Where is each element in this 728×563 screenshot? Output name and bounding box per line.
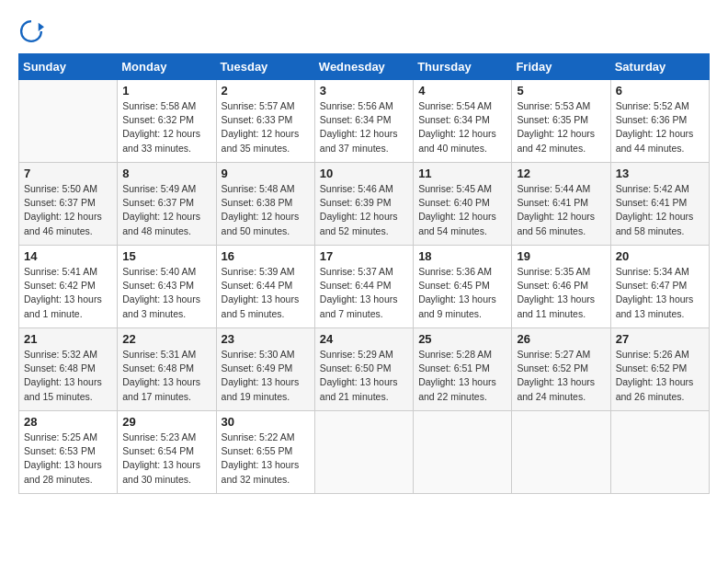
calendar-cell: 21Sunrise: 5:32 AM Sunset: 6:48 PM Dayli… (19, 328, 118, 411)
day-info: Sunrise: 5:27 AM Sunset: 6:52 PM Dayligh… (517, 348, 605, 404)
day-number: 29 (122, 415, 210, 429)
calendar-cell: 1Sunrise: 5:58 AM Sunset: 6:32 PM Daylig… (118, 80, 216, 163)
day-header-friday: Friday (512, 54, 610, 80)
calendar-cell: 2Sunrise: 5:57 AM Sunset: 6:33 PM Daylig… (216, 80, 314, 163)
day-number: 7 (24, 167, 112, 180)
calendar-cell: 27Sunrise: 5:26 AM Sunset: 6:52 PM Dayli… (610, 328, 709, 411)
day-number: 5 (517, 84, 605, 98)
day-number: 28 (24, 415, 112, 429)
day-info: Sunrise: 5:45 AM Sunset: 6:40 PM Dayligh… (418, 182, 506, 238)
calendar-cell: 14Sunrise: 5:41 AM Sunset: 6:42 PM Dayli… (19, 246, 118, 328)
day-info: Sunrise: 5:44 AM Sunset: 6:41 PM Dayligh… (517, 182, 605, 238)
calendar-cell (414, 411, 512, 494)
day-info: Sunrise: 5:40 AM Sunset: 6:43 PM Dayligh… (122, 265, 210, 321)
day-number: 30 (222, 415, 310, 429)
day-number: 2 (222, 84, 310, 98)
calendar-week-row: 14Sunrise: 5:41 AM Sunset: 6:42 PM Dayli… (19, 246, 710, 328)
day-info: Sunrise: 5:31 AM Sunset: 6:48 PM Dayligh… (122, 348, 210, 404)
day-info: Sunrise: 5:56 AM Sunset: 6:34 PM Dayligh… (320, 99, 408, 155)
calendar-cell: 6Sunrise: 5:52 AM Sunset: 6:36 PM Daylig… (610, 80, 709, 163)
calendar-cell: 28Sunrise: 5:25 AM Sunset: 6:53 PM Dayli… (19, 411, 118, 494)
day-info: Sunrise: 5:41 AM Sunset: 6:42 PM Dayligh… (24, 265, 112, 321)
day-info: Sunrise: 5:30 AM Sunset: 6:49 PM Dayligh… (222, 348, 310, 404)
day-info: Sunrise: 5:58 AM Sunset: 6:32 PM Dayligh… (122, 99, 210, 155)
day-number: 10 (320, 167, 408, 180)
calendar-cell: 9Sunrise: 5:48 AM Sunset: 6:38 PM Daylig… (216, 163, 314, 246)
calendar-cell: 3Sunrise: 5:56 AM Sunset: 6:34 PM Daylig… (314, 80, 413, 163)
day-header-thursday: Thursday (414, 54, 512, 80)
calendar-week-row: 21Sunrise: 5:32 AM Sunset: 6:48 PM Dayli… (19, 328, 710, 411)
calendar-cell: 19Sunrise: 5:35 AM Sunset: 6:46 PM Dayli… (512, 246, 610, 328)
day-number: 19 (517, 249, 605, 263)
day-info: Sunrise: 5:26 AM Sunset: 6:52 PM Dayligh… (616, 348, 704, 404)
day-number: 21 (24, 332, 112, 346)
calendar-table: SundayMondayTuesdayWednesdayThursdayFrid… (18, 53, 710, 494)
calendar-cell: 29Sunrise: 5:23 AM Sunset: 6:54 PM Dayli… (118, 411, 216, 494)
day-info: Sunrise: 5:57 AM Sunset: 6:33 PM Dayligh… (222, 99, 310, 155)
day-info: Sunrise: 5:46 AM Sunset: 6:39 PM Dayligh… (320, 182, 408, 238)
day-number: 6 (616, 84, 704, 98)
day-number: 13 (616, 167, 704, 180)
calendar-cell (19, 80, 118, 163)
calendar-cell: 13Sunrise: 5:42 AM Sunset: 6:41 PM Dayli… (610, 163, 709, 246)
calendar-cell: 23Sunrise: 5:30 AM Sunset: 6:49 PM Dayli… (216, 328, 314, 411)
day-number: 20 (616, 249, 704, 263)
day-number: 1 (122, 84, 210, 98)
day-number: 22 (122, 332, 210, 346)
calendar-cell: 26Sunrise: 5:27 AM Sunset: 6:52 PM Dayli… (512, 328, 610, 411)
day-info: Sunrise: 5:42 AM Sunset: 6:41 PM Dayligh… (616, 182, 704, 238)
calendar-cell: 25Sunrise: 5:28 AM Sunset: 6:51 PM Dayli… (414, 328, 512, 411)
day-info: Sunrise: 5:32 AM Sunset: 6:48 PM Dayligh… (24, 348, 112, 404)
day-info: Sunrise: 5:34 AM Sunset: 6:47 PM Dayligh… (616, 265, 704, 321)
day-info: Sunrise: 5:48 AM Sunset: 6:38 PM Dayligh… (222, 182, 310, 238)
day-number: 26 (517, 332, 605, 346)
calendar-cell: 24Sunrise: 5:29 AM Sunset: 6:50 PM Dayli… (314, 328, 413, 411)
day-number: 27 (616, 332, 704, 346)
day-number: 4 (418, 84, 506, 98)
calendar-cell: 16Sunrise: 5:39 AM Sunset: 6:44 PM Dayli… (216, 246, 314, 328)
day-info: Sunrise: 5:50 AM Sunset: 6:37 PM Dayligh… (24, 182, 112, 238)
day-number: 25 (418, 332, 506, 346)
day-number: 23 (222, 332, 310, 346)
day-number: 14 (24, 249, 112, 263)
calendar-cell: 11Sunrise: 5:45 AM Sunset: 6:40 PM Dayli… (414, 163, 512, 246)
day-info: Sunrise: 5:49 AM Sunset: 6:37 PM Dayligh… (122, 182, 210, 238)
day-info: Sunrise: 5:35 AM Sunset: 6:46 PM Dayligh… (517, 265, 605, 321)
logo (18, 18, 48, 44)
calendar-header-row: SundayMondayTuesdayWednesdayThursdayFrid… (19, 54, 710, 80)
svg-marker-0 (39, 23, 44, 31)
calendar-week-row: 28Sunrise: 5:25 AM Sunset: 6:53 PM Dayli… (19, 411, 710, 494)
day-info: Sunrise: 5:52 AM Sunset: 6:36 PM Dayligh… (616, 99, 704, 155)
day-info: Sunrise: 5:39 AM Sunset: 6:44 PM Dayligh… (222, 265, 310, 321)
calendar-week-row: 1Sunrise: 5:58 AM Sunset: 6:32 PM Daylig… (19, 80, 710, 163)
day-number: 11 (418, 167, 506, 180)
day-info: Sunrise: 5:22 AM Sunset: 6:55 PM Dayligh… (222, 431, 310, 487)
day-number: 17 (320, 249, 408, 263)
calendar-cell (610, 411, 709, 494)
day-info: Sunrise: 5:29 AM Sunset: 6:50 PM Dayligh… (320, 348, 408, 404)
day-info: Sunrise: 5:23 AM Sunset: 6:54 PM Dayligh… (122, 431, 210, 487)
day-number: 18 (418, 249, 506, 263)
calendar-week-row: 7Sunrise: 5:50 AM Sunset: 6:37 PM Daylig… (19, 163, 710, 246)
day-info: Sunrise: 5:53 AM Sunset: 6:35 PM Dayligh… (517, 99, 605, 155)
day-number: 12 (517, 167, 605, 180)
day-header-sunday: Sunday (19, 54, 118, 80)
day-number: 8 (122, 167, 210, 180)
logo-icon (18, 18, 44, 44)
calendar-cell: 8Sunrise: 5:49 AM Sunset: 6:37 PM Daylig… (118, 163, 216, 246)
day-number: 24 (320, 332, 408, 346)
calendar-cell: 20Sunrise: 5:34 AM Sunset: 6:47 PM Dayli… (610, 246, 709, 328)
day-info: Sunrise: 5:25 AM Sunset: 6:53 PM Dayligh… (24, 431, 112, 487)
calendar-cell: 30Sunrise: 5:22 AM Sunset: 6:55 PM Dayli… (216, 411, 314, 494)
day-info: Sunrise: 5:28 AM Sunset: 6:51 PM Dayligh… (418, 348, 506, 404)
calendar-cell: 7Sunrise: 5:50 AM Sunset: 6:37 PM Daylig… (19, 163, 118, 246)
calendar-cell: 5Sunrise: 5:53 AM Sunset: 6:35 PM Daylig… (512, 80, 610, 163)
page-header (18, 18, 710, 44)
calendar-cell: 17Sunrise: 5:37 AM Sunset: 6:44 PM Dayli… (314, 246, 413, 328)
day-number: 15 (122, 249, 210, 263)
calendar-cell: 10Sunrise: 5:46 AM Sunset: 6:39 PM Dayli… (314, 163, 413, 246)
day-number: 3 (320, 84, 408, 98)
day-header-saturday: Saturday (610, 54, 709, 80)
day-number: 9 (222, 167, 310, 180)
calendar-cell: 12Sunrise: 5:44 AM Sunset: 6:41 PM Dayli… (512, 163, 610, 246)
